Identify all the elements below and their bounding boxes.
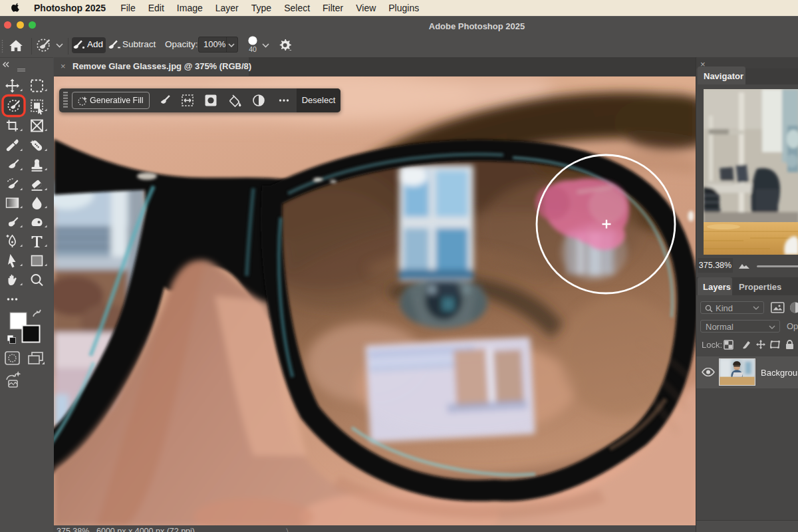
svg-text:Kind: Kind (716, 303, 733, 313)
